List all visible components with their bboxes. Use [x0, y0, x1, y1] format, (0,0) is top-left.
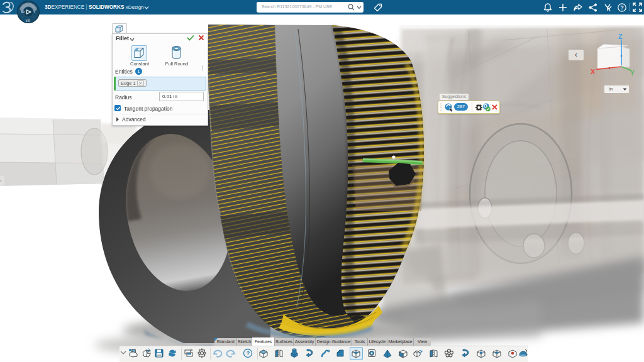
svg-text:?: ?: [621, 4, 624, 11]
svg-text:3D: 3D: [21, 11, 25, 14]
svg-text:V.R: V.R: [26, 19, 31, 23]
svg-text:Z: Z: [618, 33, 623, 40]
svg-text:?: ?: [247, 350, 250, 356]
svg-text:i: i: [34, 11, 35, 14]
svg-text:X: X: [591, 68, 595, 75]
svg-text:Y: Y: [630, 69, 635, 77]
